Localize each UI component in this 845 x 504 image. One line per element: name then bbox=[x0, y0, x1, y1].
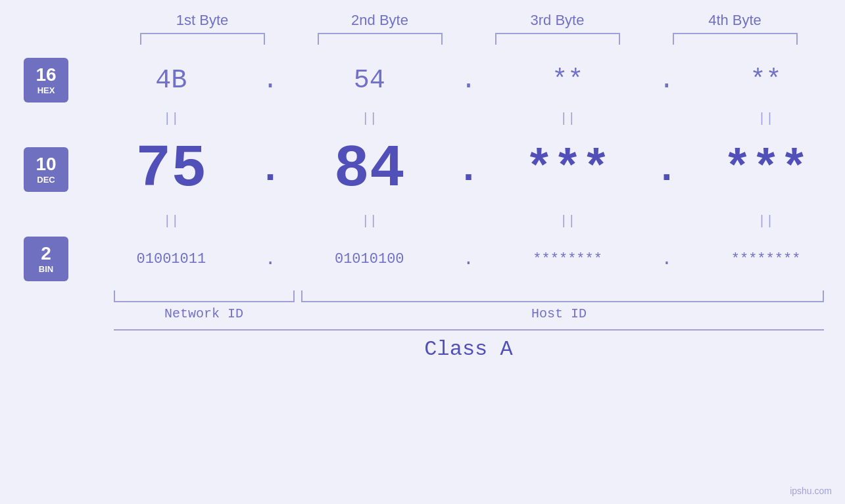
bin-byte2-value: 01010100 bbox=[335, 251, 404, 267]
hex-row: 16 HEX 4B . 54 . ** . ** bbox=[0, 54, 845, 106]
dec-byte3-cell: *** bbox=[495, 143, 640, 196]
dec-dot3: . bbox=[654, 147, 680, 192]
bin-dot3: . bbox=[654, 249, 680, 269]
byte2-header: 2nd Byte bbox=[308, 12, 452, 29]
equals-1-3: || bbox=[495, 111, 640, 126]
dec-byte2-value: 84 bbox=[334, 136, 405, 203]
top-bracket-1 bbox=[140, 33, 265, 45]
bin-values-area: 01001011 . 01010100 . ******** . *******… bbox=[92, 249, 845, 269]
hex-byte4-cell: ** bbox=[694, 66, 838, 95]
equals-2-1: || bbox=[99, 214, 243, 229]
hex-base-number: 16 bbox=[36, 65, 56, 85]
hex-dot1: . bbox=[257, 66, 283, 95]
dec-byte1-cell: 75 bbox=[99, 136, 243, 203]
dec-byte1-value: 75 bbox=[135, 136, 206, 203]
dec-byte4-value: *** bbox=[723, 143, 809, 196]
bin-base-number: 2 bbox=[41, 244, 51, 264]
hex-badge: 16 HEX bbox=[24, 58, 68, 103]
equals-2-3: || bbox=[495, 214, 640, 229]
bin-badge: 2 BIN bbox=[24, 237, 68, 281]
bin-badge-area: 2 BIN bbox=[0, 231, 92, 286]
bottom-section: Network ID Host ID bbox=[114, 290, 824, 321]
dec-byte3-value: *** bbox=[525, 143, 610, 196]
dec-byte4-cell: *** bbox=[694, 143, 838, 196]
dec-base-number: 10 bbox=[36, 154, 56, 175]
hex-values-area: 4B . 54 . ** . ** bbox=[92, 66, 845, 95]
hex-byte4-value: ** bbox=[750, 66, 782, 95]
bin-byte1-value: 01001011 bbox=[137, 251, 206, 267]
main-container: 1st Byte 2nd Byte 3rd Byte 4th Byte 16 H… bbox=[0, 0, 845, 504]
hex-badge-area: 16 HEX bbox=[0, 53, 92, 108]
dec-base-label: DEC bbox=[37, 175, 55, 185]
top-brackets-row bbox=[114, 33, 824, 45]
dec-byte2-cell: 84 bbox=[297, 136, 442, 203]
hex-byte3-cell: ** bbox=[495, 66, 640, 95]
bin-byte4-value: ******** bbox=[731, 251, 801, 267]
dec-values-area: 75 . 84 . *** . *** bbox=[92, 136, 845, 203]
equals-values-area-2: || || || || bbox=[92, 214, 845, 229]
dec-badge-area: 10 DEC bbox=[0, 142, 92, 197]
byte1-header: 1st Byte bbox=[130, 12, 275, 29]
hex-byte3-value: ** bbox=[552, 66, 583, 95]
dec-badge: 10 DEC bbox=[24, 147, 68, 192]
top-bracket-4 bbox=[673, 33, 798, 45]
top-bracket-2 bbox=[318, 33, 443, 45]
watermark: ipshu.com bbox=[790, 486, 832, 496]
bin-base-label: BIN bbox=[39, 264, 53, 274]
dec-dot1: . bbox=[257, 147, 283, 192]
bin-byte2-cell: 01010100 bbox=[297, 251, 442, 267]
equals-1-4: || bbox=[694, 111, 838, 126]
equals-2-4: || bbox=[694, 214, 838, 229]
hex-byte1-cell: 4B bbox=[99, 66, 243, 95]
equals-row-2: || || || || bbox=[0, 209, 845, 233]
hex-dot3: . bbox=[654, 66, 680, 95]
dec-row: 10 DEC 75 . 84 . *** . *** bbox=[0, 130, 845, 209]
bottom-labels: Network ID Host ID bbox=[114, 306, 824, 321]
bin-row: 2 BIN 01001011 . 01010100 . ******** . *… bbox=[0, 233, 845, 285]
hex-byte2-value: 54 bbox=[354, 66, 385, 95]
byte3-header: 3rd Byte bbox=[485, 12, 630, 29]
network-id-label: Network ID bbox=[114, 306, 295, 321]
hex-byte2-cell: 54 bbox=[297, 66, 442, 95]
bin-dot1: . bbox=[257, 249, 283, 269]
top-bracket-3 bbox=[495, 33, 620, 45]
class-label: Class A bbox=[424, 337, 512, 361]
equals-1-1: || bbox=[99, 111, 243, 126]
class-row: Class A bbox=[114, 329, 824, 361]
equals-1-2: || bbox=[297, 111, 442, 126]
dec-dot2: . bbox=[455, 147, 481, 192]
bottom-brackets bbox=[114, 290, 824, 302]
bin-byte3-cell: ******** bbox=[495, 251, 640, 267]
hex-byte1-value: 4B bbox=[155, 66, 187, 95]
host-id-label: Host ID bbox=[295, 306, 824, 321]
hex-base-label: HEX bbox=[37, 85, 55, 95]
hex-dot2: . bbox=[455, 66, 481, 95]
equals-2-2: || bbox=[297, 214, 442, 229]
bin-byte4-cell: ******** bbox=[694, 251, 838, 267]
equals-values-area-1: || || || || bbox=[92, 111, 845, 126]
byte4-header: 4th Byte bbox=[663, 12, 808, 29]
bin-byte3-value: ******** bbox=[533, 251, 602, 267]
bin-dot2: . bbox=[455, 249, 481, 269]
bottom-bracket-host bbox=[301, 290, 824, 302]
bottom-bracket-network bbox=[114, 290, 295, 302]
bin-byte1-cell: 01001011 bbox=[99, 251, 243, 267]
byte-headers-row: 1st Byte 2nd Byte 3rd Byte 4th Byte bbox=[114, 12, 824, 29]
equals-row-1: || || || || bbox=[0, 106, 845, 130]
